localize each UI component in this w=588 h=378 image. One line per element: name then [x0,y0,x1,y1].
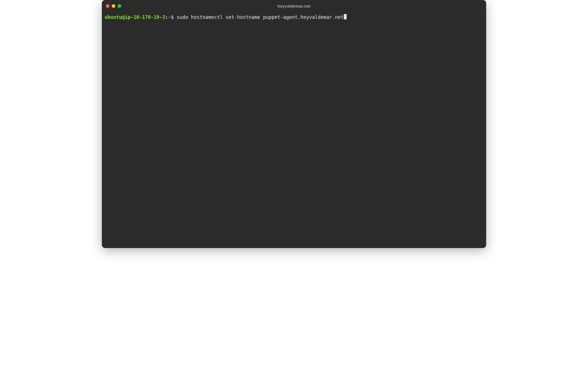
minimize-icon[interactable] [112,4,115,8]
terminal-window: heyvaldemar.net ubuntu@ip-10-170-19-3:~$… [102,0,486,248]
prompt-path: ~ [168,14,171,21]
prompt-symbol: $ [171,14,176,21]
prompt-colon: : [165,14,168,21]
cursor-icon [344,14,347,19]
command-text: sudo hostnamectl set-hostname puppet-age… [177,14,344,21]
traffic-lights [106,4,121,8]
window-title: heyvaldemar.net [102,4,486,8]
titlebar: heyvaldemar.net [102,0,486,12]
terminal-line: ubuntu@ip-10-170-19-3:~$ sudo hostnamect… [105,14,483,21]
maximize-icon[interactable] [118,4,121,8]
close-icon[interactable] [106,4,109,8]
prompt-user-host: ubuntu@ip-10-170-19-3 [105,14,165,21]
terminal-body[interactable]: ubuntu@ip-10-170-19-3:~$ sudo hostnamect… [102,12,486,248]
